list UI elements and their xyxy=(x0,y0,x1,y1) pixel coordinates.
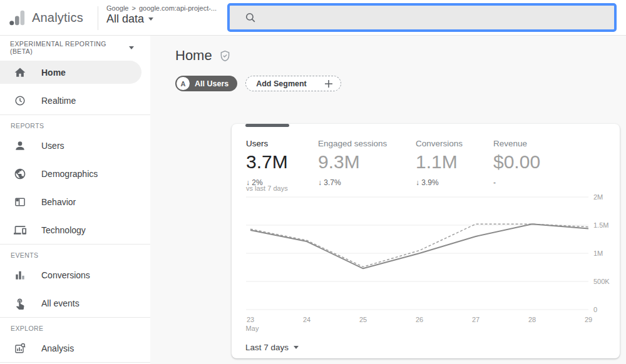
metric-delta: ↓ 3.7% xyxy=(318,178,416,187)
browser-window-icon xyxy=(14,196,26,208)
main-content: Home A All Users Add Segment Users 3.7M xyxy=(150,36,626,364)
analysis-chart-magnifier-icon xyxy=(14,342,26,355)
svg-text:May: May xyxy=(246,325,259,332)
sidebar-item-label: Technology xyxy=(41,225,86,235)
app-name: Analytics xyxy=(32,11,83,25)
svg-text:1M: 1M xyxy=(593,250,603,257)
svg-text:2M: 2M xyxy=(593,193,603,201)
svg-text:24: 24 xyxy=(303,316,310,323)
sidebar-item-label: Home xyxy=(41,68,66,78)
metric-revenue[interactable]: Revenue $0.00 - xyxy=(493,139,540,187)
add-segment-label: Add Segment xyxy=(256,79,307,88)
globe-icon xyxy=(14,168,26,180)
sidebar-item-label: All events xyxy=(41,298,80,308)
sidebar-item-home[interactable]: Home xyxy=(0,61,141,84)
segment-chip-label: All Users xyxy=(195,79,228,88)
sidebar-item-all-events[interactable]: All events xyxy=(0,289,150,317)
analytics-logo[interactable]: Analytics xyxy=(9,0,83,35)
metric-conversions[interactable]: Conversions 1.1M ↓ 3.9% xyxy=(416,139,493,187)
metric-label: Revenue xyxy=(493,139,540,148)
svg-text:500K: 500K xyxy=(593,278,610,285)
metric-label: Users xyxy=(246,139,318,148)
analytics-bars-icon xyxy=(9,9,26,26)
date-range-label: Last 7 days xyxy=(245,343,289,352)
person-icon xyxy=(14,139,26,152)
sidebar-item-realtime[interactable]: Realtime xyxy=(0,86,150,114)
sidebar-divider xyxy=(0,362,150,363)
workspace-selector-label: EXPERIMENTAL REPORTING (BETA) xyxy=(10,40,129,55)
chevron-down-icon xyxy=(148,18,153,21)
svg-text:1.5M: 1.5M xyxy=(593,221,608,229)
sidebar-section-events: EVENTS xyxy=(0,245,150,261)
sidebar-item-label: Users xyxy=(41,141,64,151)
sidebar-item-conversions[interactable]: Conversions xyxy=(0,261,150,289)
search-input[interactable] xyxy=(227,3,617,32)
property-selector-label: All data xyxy=(106,13,144,26)
sidebar-item-technology[interactable]: Technology xyxy=(0,216,150,244)
users-trend-chart[interactable]: 0500K1M1.5M2M23242526272829May xyxy=(232,190,620,336)
shield-check-icon xyxy=(218,49,232,63)
devices-icon xyxy=(14,224,26,236)
metric-delta: - xyxy=(493,178,540,187)
header-divider xyxy=(98,6,98,30)
workspace-selector[interactable]: EXPERIMENTAL REPORTING (BETA) xyxy=(0,36,150,59)
selected-tab-indicator[interactable] xyxy=(245,124,289,127)
overview-card: Users 3.7M ↓ 2% Engaged sessions 9.3M ↓ … xyxy=(232,124,620,358)
metric-value: 9.3M xyxy=(318,151,416,173)
sidebar-item-label: Behavior xyxy=(41,197,76,207)
sidebar-item-label: Conversions xyxy=(41,270,90,280)
metrics-row: Users 3.7M ↓ 2% Engaged sessions 9.3M ↓ … xyxy=(246,139,613,187)
add-segment-button[interactable]: Add Segment xyxy=(245,76,341,91)
chevron-down-icon xyxy=(294,346,299,349)
metric-engaged-sessions[interactable]: Engaged sessions 9.3M ↓ 3.7% xyxy=(318,139,416,187)
metric-label: Engaged sessions xyxy=(318,139,416,148)
sidebar-item-users[interactable]: Users xyxy=(0,131,150,159)
svg-text:27: 27 xyxy=(472,316,480,323)
clock-icon xyxy=(14,94,26,107)
sidebar-nav: EXPERIMENTAL REPORTING (BETA) Home Realt… xyxy=(0,36,150,364)
svg-text:26: 26 xyxy=(416,316,423,323)
sidebar-item-behavior[interactable]: Behavior xyxy=(0,188,150,216)
metric-value: 1.1M xyxy=(416,151,493,173)
date-range-selector[interactable]: Last 7 days xyxy=(245,343,299,352)
chevron-down-icon xyxy=(129,46,134,49)
metric-label: Conversions xyxy=(416,139,493,148)
sidebar-item-analysis[interactable]: Analysis xyxy=(0,334,150,362)
touch-icon xyxy=(14,297,26,310)
metric-value: $0.00 xyxy=(493,151,540,173)
svg-text:23: 23 xyxy=(247,316,254,323)
svg-text:0: 0 xyxy=(593,306,597,313)
segment-chip-all-users[interactable]: A All Users xyxy=(175,76,237,91)
breadcrumb: Google > google.com:api-project-... All … xyxy=(106,4,217,26)
sidebar-item-label: Analysis xyxy=(41,343,74,353)
svg-text:28: 28 xyxy=(528,316,536,323)
page-title: Home xyxy=(175,48,212,64)
plus-icon xyxy=(324,79,333,88)
property-selector[interactable]: All data xyxy=(106,13,217,26)
sidebar-item-label: Demographics xyxy=(41,169,98,179)
home-icon xyxy=(14,66,26,79)
sidebar-section-explore: EXPLORE xyxy=(0,318,150,334)
trend-chart-svg: 0500K1M1.5M2M23242526272829May xyxy=(232,190,620,336)
svg-text:29: 29 xyxy=(585,316,592,323)
svg-text:25: 25 xyxy=(359,316,367,323)
breadcrumb-account[interactable]: Google xyxy=(106,4,128,12)
metric-users[interactable]: Users 3.7M ↓ 2% xyxy=(246,139,318,187)
metric-value: 3.7M xyxy=(246,151,318,173)
sidebar-section-reports: REPORTS xyxy=(0,115,150,131)
bar-chart-icon xyxy=(14,269,26,281)
breadcrumb-property[interactable]: google.com:api-project-... xyxy=(139,4,217,12)
segment-avatar: A xyxy=(177,77,190,90)
search-icon xyxy=(245,12,257,24)
sidebar-item-label: Realtime xyxy=(41,96,76,106)
sidebar-item-demographics[interactable]: Demographics xyxy=(0,159,150,188)
breadcrumb-separator: > xyxy=(131,4,135,12)
metric-delta: ↓ 3.9% xyxy=(416,178,493,187)
app-header: Analytics Google > google.com:api-projec… xyxy=(0,0,626,36)
